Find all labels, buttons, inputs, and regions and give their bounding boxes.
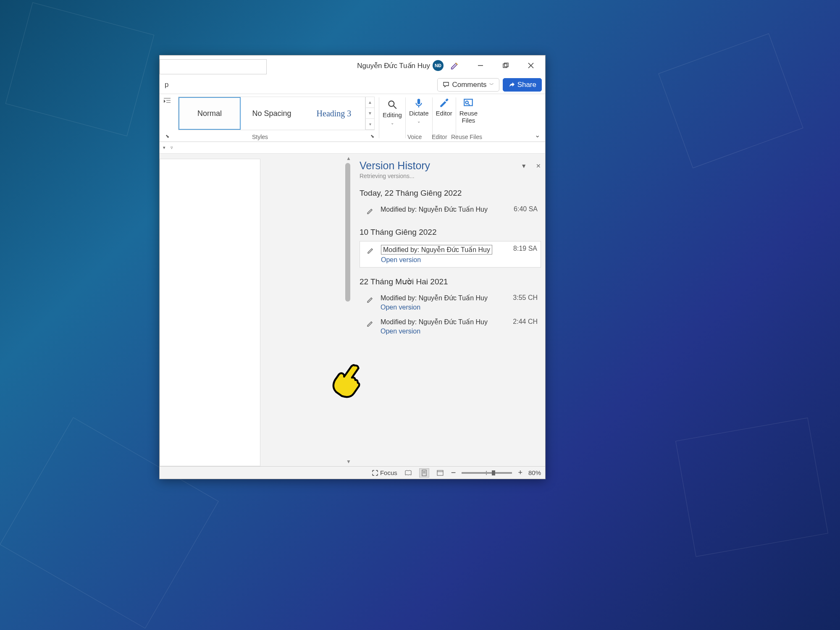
version-date-header: 10 Tháng Giêng 2022 bbox=[360, 228, 541, 237]
pencil-icon bbox=[366, 295, 375, 304]
modified-by-label: Modified by: Nguyễn Đức Tuấn Huy bbox=[381, 245, 492, 255]
group-label-editor: Editor bbox=[432, 134, 447, 140]
version-history-title: Version History bbox=[360, 160, 430, 172]
styles-more-icon[interactable]: ▾ bbox=[366, 119, 374, 130]
version-item[interactable]: Modified by: Nguyễn Đức Tuấn Huy Open ve… bbox=[360, 291, 541, 315]
pencil-icon bbox=[366, 207, 375, 215]
scroll-up-icon[interactable]: ▲ bbox=[366, 97, 374, 108]
version-time: 6:40 SA bbox=[514, 205, 538, 213]
version-item[interactable]: Modified by: Nguyễn Đức Tuấn Huy Open ve… bbox=[360, 241, 541, 268]
comments-button[interactable]: Comments ﹀ bbox=[437, 78, 499, 92]
styles-gallery[interactable]: Normal No Spacing Heading 3 bbox=[178, 97, 365, 130]
collapse-ribbon-icon[interactable]: ⌄ bbox=[535, 131, 540, 139]
avatar[interactable]: NĐ bbox=[433, 60, 444, 71]
bg-decor bbox=[658, 33, 803, 168]
svg-point-8 bbox=[388, 101, 394, 106]
version-time: 3:55 CH bbox=[513, 294, 538, 302]
scroll-down-icon[interactable]: ▼ bbox=[346, 459, 351, 465]
version-item[interactable]: Modified by: Nguyễn Đức Tuấn Huy Open ve… bbox=[360, 315, 541, 339]
tab-fragment[interactable]: p bbox=[165, 81, 168, 89]
indent-icon[interactable] bbox=[163, 97, 171, 105]
print-layout-icon[interactable] bbox=[419, 468, 429, 478]
svg-rect-10 bbox=[417, 99, 420, 104]
secondary-bar: ▾ ▿ bbox=[160, 142, 545, 154]
panel-options-icon[interactable]: ▼ bbox=[521, 163, 527, 169]
zoom-in-button[interactable]: + bbox=[518, 468, 522, 477]
pointing-hand-cursor-icon bbox=[324, 357, 370, 403]
scroll-up-icon[interactable]: ▲ bbox=[346, 155, 351, 161]
zoom-value[interactable]: 80% bbox=[528, 469, 541, 476]
close-button[interactable] bbox=[518, 55, 543, 76]
dialog-launcher-icon[interactable]: ⬊ bbox=[370, 134, 374, 139]
bg-decor bbox=[5, 2, 154, 136]
style-no-spacing[interactable]: No Spacing bbox=[241, 97, 303, 130]
open-version-link[interactable]: Open version bbox=[381, 304, 504, 311]
svg-line-14 bbox=[468, 104, 470, 105]
editing-label: Editing bbox=[383, 112, 402, 119]
word-window: Nguyễn Đức Tuấn Huy NĐ p Comments ﹀ Shar… bbox=[159, 55, 546, 479]
styles-scroll[interactable]: ▲ ▼ ▾ bbox=[365, 97, 375, 130]
svg-line-9 bbox=[394, 106, 396, 109]
open-version-link[interactable]: Open version bbox=[381, 328, 504, 335]
modified-by-label: Modified by: Nguyễn Đức Tuấn Huy bbox=[381, 205, 488, 213]
scrollbar-thumb[interactable] bbox=[345, 163, 350, 302]
version-item[interactable]: Modified by: Nguyễn Đức Tuấn Huy 6:40 SA bbox=[360, 202, 541, 218]
focus-mode-button[interactable]: Focus bbox=[372, 469, 397, 476]
scroll-down-icon[interactable]: ▼ bbox=[366, 108, 374, 119]
dictate-label: Dictate bbox=[409, 110, 429, 117]
share-button[interactable]: Share bbox=[503, 78, 542, 92]
modified-by-label: Modified by: Nguyễn Đức Tuấn Huy bbox=[381, 318, 488, 326]
document-page[interactable] bbox=[160, 159, 260, 466]
version-time: 8:19 SA bbox=[513, 245, 537, 252]
maximize-button[interactable] bbox=[493, 55, 518, 76]
chevron-down-icon: ﹀ bbox=[489, 81, 494, 88]
scrollbar[interactable] bbox=[344, 163, 351, 457]
svg-point-13 bbox=[466, 101, 469, 104]
group-label-reuse: Reuse Files bbox=[451, 134, 482, 140]
svg-rect-18 bbox=[437, 470, 443, 475]
pencil-icon bbox=[367, 246, 375, 255]
user-name: Nguyễn Đức Tuấn Huy bbox=[357, 61, 430, 70]
pen-mode-icon[interactable] bbox=[450, 61, 459, 70]
chevron-down-icon: ⌄ bbox=[417, 119, 420, 123]
chevron-down-icon: ⌄ bbox=[391, 121, 394, 125]
reuse-label: Reuse Files bbox=[459, 110, 478, 124]
open-version-link[interactable]: Open version bbox=[381, 256, 504, 264]
status-bar: Focus − + 80% bbox=[160, 466, 545, 479]
tab-row: p Comments ﹀ Share bbox=[160, 76, 545, 94]
main-area: ▲ ▼ Version History ▼ ✕ Retrieving versi… bbox=[160, 154, 545, 466]
style-normal[interactable]: Normal bbox=[178, 97, 241, 130]
minimize-button[interactable] bbox=[468, 55, 493, 76]
chevron-down-icon[interactable]: ▾ bbox=[163, 145, 165, 150]
titlebar: Nguyễn Đức Tuấn Huy NĐ bbox=[160, 55, 545, 76]
read-mode-icon[interactable] bbox=[403, 468, 413, 478]
bg-decor bbox=[675, 417, 828, 556]
style-heading3[interactable]: Heading 3 bbox=[303, 97, 365, 130]
version-status: Retrieving versions... bbox=[360, 173, 541, 179]
pencil-icon bbox=[366, 319, 375, 328]
modified-by-label: Modified by: Nguyễn Đức Tuấn Huy bbox=[381, 294, 488, 302]
search-input[interactable] bbox=[160, 59, 267, 74]
group-label-styles: Styles bbox=[252, 134, 268, 140]
version-history-panel: Version History ▼ ✕ Retrieving versions.… bbox=[354, 155, 545, 466]
web-layout-icon[interactable] bbox=[435, 468, 445, 478]
version-date-header: 22 Tháng Mười Hai 2021 bbox=[360, 277, 541, 286]
zoom-slider[interactable] bbox=[462, 472, 512, 474]
zoom-out-button[interactable]: − bbox=[451, 468, 456, 478]
editor-label: Editor bbox=[436, 110, 452, 117]
comments-label: Comments bbox=[452, 81, 486, 89]
group-label-voice: Voice bbox=[407, 134, 422, 140]
focus-label: Focus bbox=[380, 469, 397, 476]
panel-close-icon[interactable]: ✕ bbox=[536, 163, 541, 169]
version-date-header: Today, 22 Tháng Giêng 2022 bbox=[360, 189, 541, 198]
share-label: Share bbox=[517, 81, 536, 89]
qat-overflow-icon[interactable]: ▿ bbox=[171, 145, 173, 150]
editing-button[interactable]: Editing ⌄ bbox=[379, 94, 405, 142]
version-time: 2:44 CH bbox=[513, 318, 538, 326]
dialog-launcher-icon[interactable]: ⬊ bbox=[165, 134, 169, 139]
ribbon: ⬊ Normal No Spacing Heading 3 ▲ ▼ ▾ Styl… bbox=[160, 94, 545, 142]
